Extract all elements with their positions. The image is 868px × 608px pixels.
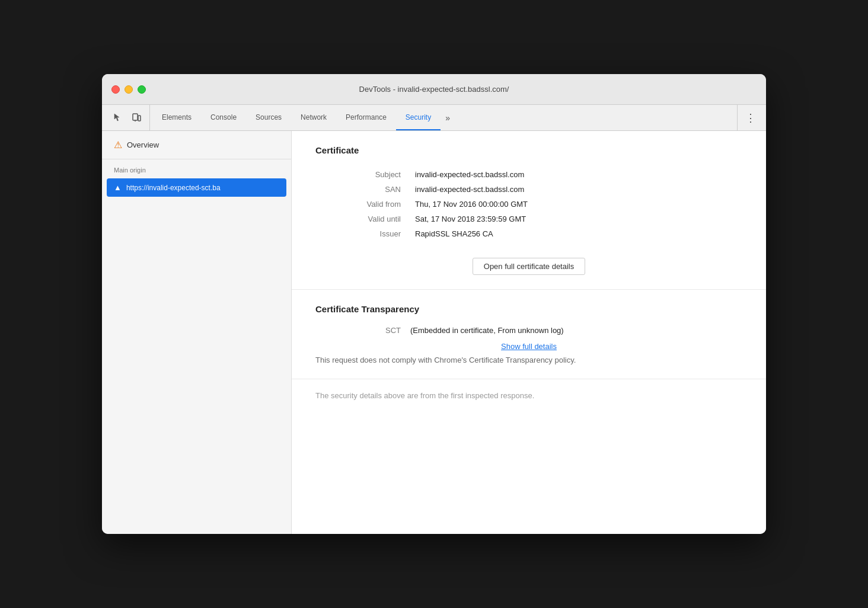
tab-sources[interactable]: Sources <box>246 105 291 130</box>
field-value-san: invalid-expected-sct.badssl.com <box>410 182 742 197</box>
device-icon[interactable] <box>128 110 145 126</box>
footer-note: The security details above are from the … <box>292 379 766 412</box>
toolbar: Elements Console Sources Network Perform… <box>102 105 766 131</box>
tabs: Elements Console Sources Network Perform… <box>152 105 737 130</box>
open-certificate-button[interactable]: Open full certificate details <box>473 258 585 275</box>
sct-row: SCT (Embedded in certificate, From unkno… <box>315 326 742 335</box>
table-row: Valid until Sat, 17 Nov 2018 23:59:59 GM… <box>315 212 742 226</box>
table-row: Subject invalid-expected-sct.badssl.com <box>315 167 742 182</box>
field-label-san: SAN <box>315 182 410 197</box>
sidebar-origin-item[interactable]: ▲ https://invalid-expected-sct.ba <box>107 178 286 197</box>
toolbar-icons <box>104 105 150 130</box>
transparency-section: Certificate Transparency SCT (Embedded i… <box>292 290 766 379</box>
inspect-icon[interactable] <box>109 110 126 126</box>
sidebar-overview-item[interactable]: ⚠ Overview <box>102 131 291 159</box>
transparency-note: This request does not comply with Chrome… <box>315 356 683 364</box>
window-title: DevTools - invalid-expected-sct.badssl.c… <box>359 85 509 94</box>
certificate-title: Certificate <box>315 145 742 155</box>
main-content: ⚠ Overview Main origin ▲ https://invalid… <box>102 131 766 534</box>
transparency-title: Certificate Transparency <box>315 304 742 314</box>
certificate-section: Certificate Subject invalid-expected-sct… <box>292 131 766 290</box>
tab-performance[interactable]: Performance <box>336 105 396 130</box>
content-panel: Certificate Subject invalid-expected-sct… <box>292 131 766 534</box>
origin-url-label: https://invalid-expected-sct.ba <box>126 184 221 192</box>
tab-console[interactable]: Console <box>201 105 246 130</box>
svg-rect-1 <box>138 116 141 121</box>
sct-label: SCT <box>315 326 410 335</box>
minimize-button[interactable] <box>125 85 133 94</box>
table-row: Valid from Thu, 17 Nov 2016 00:00:00 GMT <box>315 197 742 212</box>
more-tabs-button[interactable]: » <box>441 105 455 130</box>
tab-elements[interactable]: Elements <box>152 105 201 130</box>
sidebar: ⚠ Overview Main origin ▲ https://invalid… <box>102 131 292 534</box>
kebab-menu-button[interactable]: ⋮ <box>742 110 759 126</box>
sct-value: (Embedded in certificate, From unknown l… <box>410 326 564 335</box>
field-label-subject: Subject <box>315 167 410 182</box>
svg-rect-0 <box>133 114 138 120</box>
sidebar-overview-label: Overview <box>127 140 159 149</box>
field-value-issuer: RapidSSL SHA256 CA <box>410 226 742 241</box>
field-label-issuer: Issuer <box>315 226 410 241</box>
certificate-table: Subject invalid-expected-sct.badssl.com … <box>315 167 742 241</box>
tab-network[interactable]: Network <box>291 105 336 130</box>
field-value-valid-from: Thu, 17 Nov 2016 00:00:00 GMT <box>410 197 742 212</box>
warning-icon: ⚠ <box>114 139 122 151</box>
show-full-details-link[interactable]: Show full details <box>315 342 742 351</box>
toolbar-right: ⋮ <box>737 105 764 130</box>
table-row: Issuer RapidSSL SHA256 CA <box>315 226 742 241</box>
field-label-valid-from: Valid from <box>315 197 410 212</box>
field-label-valid-until: Valid until <box>315 212 410 226</box>
tab-security[interactable]: Security <box>396 105 441 130</box>
maximize-button[interactable] <box>138 85 146 94</box>
origin-warning-icon: ▲ <box>114 183 122 192</box>
field-value-valid-until: Sat, 17 Nov 2018 23:59:59 GMT <box>410 212 742 226</box>
field-value-subject: invalid-expected-sct.badssl.com <box>410 167 742 182</box>
traffic-lights <box>111 85 146 94</box>
devtools-window: DevTools - invalid-expected-sct.badssl.c… <box>102 74 766 534</box>
close-button[interactable] <box>111 85 120 94</box>
table-row: SAN invalid-expected-sct.badssl.com <box>315 182 742 197</box>
sidebar-section-title: Main origin <box>102 159 291 178</box>
cert-button-row: Open full certificate details <box>315 251 742 275</box>
titlebar: DevTools - invalid-expected-sct.badssl.c… <box>102 74 766 105</box>
